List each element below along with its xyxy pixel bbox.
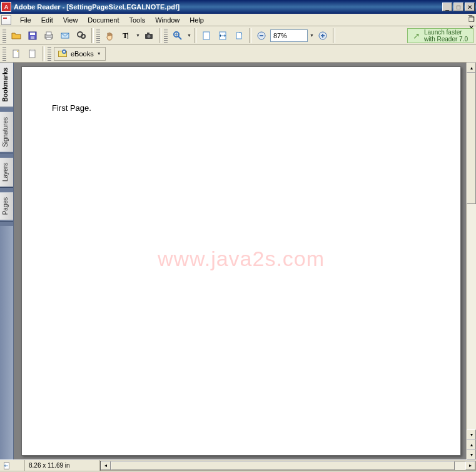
zoom-out-button[interactable] bbox=[254, 28, 269, 43]
menu-bar: File Edit View Document Tools Window Hel… bbox=[0, 14, 476, 26]
menu-tools[interactable]: Tools bbox=[124, 15, 151, 25]
svg-rect-18 bbox=[203, 32, 210, 39]
svg-point-12 bbox=[147, 34, 150, 38]
hand-tool-button[interactable] bbox=[103, 28, 118, 43]
scroll-right-button[interactable]: ▸ bbox=[465, 461, 475, 470]
svg-rect-13 bbox=[147, 33, 149, 34]
search-button[interactable] bbox=[74, 28, 89, 43]
menu-window[interactable]: Window bbox=[150, 15, 185, 25]
svg-rect-4 bbox=[46, 32, 51, 35]
minimize-button[interactable]: _ bbox=[442, 3, 452, 11]
toolbar-grip[interactable] bbox=[164, 29, 168, 43]
ebooks-label: eBooks bbox=[71, 50, 94, 58]
promo-arrow-icon: ➚ bbox=[413, 31, 420, 41]
info-bar: 8.26 x 11.69 in ◂ ▸ bbox=[0, 459, 476, 471]
clipboard-button[interactable] bbox=[25, 46, 40, 61]
svg-rect-1 bbox=[30, 33, 35, 35]
document-container: First Page. www.java2s.com ▴ ▾ ▴ ▾ bbox=[14, 63, 476, 459]
svg-text:T: T bbox=[123, 31, 128, 40]
svg-point-8 bbox=[81, 34, 85, 38]
select-dropdown-icon[interactable]: ▼ bbox=[136, 33, 140, 38]
zoom-input[interactable] bbox=[270, 29, 308, 42]
svg-rect-10 bbox=[128, 33, 128, 39]
rotate-button[interactable] bbox=[231, 28, 246, 43]
save-button[interactable] bbox=[25, 28, 40, 43]
side-tab-layers[interactable]: Layers bbox=[0, 158, 13, 187]
info-icons bbox=[0, 460, 25, 471]
watermark-text: www.java2s.com bbox=[158, 247, 325, 271]
scroll-up-button[interactable]: ▴ bbox=[467, 63, 476, 73]
menu-view[interactable]: View bbox=[58, 15, 83, 25]
fit-page-button[interactable] bbox=[199, 28, 214, 43]
document-icon bbox=[1, 15, 11, 25]
side-panel: Bookmarks Signatures Layers Pages bbox=[0, 63, 14, 459]
page-content-text: First Page. bbox=[52, 103, 430, 113]
zoom-plus-button[interactable] bbox=[315, 28, 330, 43]
main-toolbar: T ▼ ▼ ▼ ➚ Launch fasterwith Reader 7.0 bbox=[0, 26, 476, 45]
side-tab-divider bbox=[0, 221, 13, 226]
side-tab-signatures[interactable]: Signatures bbox=[0, 112, 13, 153]
toolbar-grip[interactable] bbox=[48, 47, 51, 61]
ebooks-icon bbox=[58, 49, 68, 58]
svg-rect-28 bbox=[31, 49, 34, 51]
vertical-scrollbar[interactable]: ▴ ▾ ▴ ▾ bbox=[466, 63, 476, 459]
hscroll-thumb[interactable] bbox=[111, 461, 455, 470]
main-area: Bookmarks Signatures Layers Pages First … bbox=[0, 63, 476, 459]
promo-banner[interactable]: ➚ Launch fasterwith Reader 7.0 bbox=[407, 28, 473, 43]
open-button[interactable] bbox=[9, 28, 24, 43]
svg-rect-20 bbox=[236, 33, 241, 39]
page-up-button[interactable]: ▴ bbox=[467, 439, 476, 449]
secondary-toolbar: eBooks ▼ bbox=[0, 45, 476, 63]
ebooks-dropdown-icon: ▼ bbox=[97, 51, 101, 56]
toolbar-grip[interactable] bbox=[3, 47, 6, 61]
page-down-button[interactable]: ▾ bbox=[467, 449, 476, 459]
ebooks-button[interactable]: eBooks ▼ bbox=[54, 47, 106, 61]
mdi-minimize-button[interactable]: _ bbox=[468, 8, 475, 16]
scroll-track[interactable] bbox=[467, 73, 476, 429]
page-dims-icon bbox=[3, 461, 11, 470]
toolbar-grip[interactable] bbox=[3, 29, 6, 43]
page-size-text: 8.26 x 11.69 in bbox=[25, 460, 100, 471]
svg-rect-5 bbox=[46, 38, 51, 39]
scroll-left-button[interactable]: ◂ bbox=[101, 461, 111, 470]
text-select-button[interactable]: T bbox=[119, 28, 134, 43]
menu-file[interactable]: File bbox=[15, 15, 36, 25]
scroll-thumb[interactable] bbox=[467, 73, 476, 204]
print-button[interactable] bbox=[41, 28, 56, 43]
new-doc-button[interactable] bbox=[9, 46, 24, 61]
hscroll-track[interactable] bbox=[111, 461, 465, 470]
zoom-dropdown-icon[interactable]: ▼ bbox=[187, 33, 191, 38]
app-icon: A bbox=[1, 2, 11, 12]
menu-help[interactable]: Help bbox=[185, 15, 209, 25]
menu-edit[interactable]: Edit bbox=[36, 15, 58, 25]
promo-text: Launch fasterwith Reader 7.0 bbox=[424, 29, 468, 43]
window-title: Adobe Reader - [SettingPageSizeLEGALNOTE… bbox=[14, 3, 442, 11]
svg-rect-2 bbox=[31, 36, 34, 39]
toolbar-grip[interactable] bbox=[96, 29, 100, 43]
side-tab-pages[interactable]: Pages bbox=[0, 192, 13, 220]
scroll-down-button[interactable]: ▾ bbox=[467, 429, 476, 439]
menu-document[interactable]: Document bbox=[83, 15, 124, 25]
snapshot-tool-button[interactable] bbox=[141, 28, 156, 43]
zoom-in-button[interactable] bbox=[170, 28, 185, 43]
zoom-level-dropdown-icon[interactable]: ▼ bbox=[310, 33, 314, 38]
document-scroll-area[interactable]: First Page. www.java2s.com bbox=[14, 63, 466, 459]
titlebar: A Adobe Reader - [SettingPageSizeLEGALNO… bbox=[0, 0, 476, 14]
svg-line-15 bbox=[178, 36, 181, 39]
fit-width-button[interactable] bbox=[215, 28, 230, 43]
email-button[interactable] bbox=[58, 28, 73, 43]
pdf-page: First Page. www.java2s.com bbox=[21, 66, 461, 456]
maximize-button[interactable]: □ bbox=[453, 3, 463, 11]
horizontal-scrollbar[interactable]: ◂ ▸ bbox=[100, 461, 476, 471]
side-tab-bookmarks[interactable]: Bookmarks bbox=[0, 63, 13, 107]
mdi-restore-button[interactable]: ❐ bbox=[468, 16, 475, 24]
